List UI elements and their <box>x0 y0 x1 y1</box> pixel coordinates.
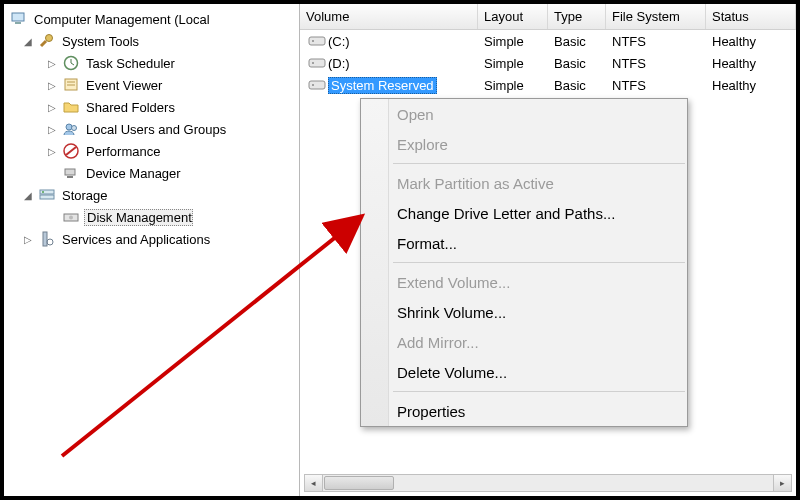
svg-point-20 <box>312 62 314 64</box>
drive-icon <box>306 79 328 91</box>
scroll-thumb[interactable] <box>324 476 394 490</box>
tree-system-tools[interactable]: ◢ System Tools <box>6 30 299 52</box>
volume-row[interactable]: (D:) Simple Basic NTFS Healthy <box>300 52 796 74</box>
svg-point-12 <box>42 191 44 193</box>
folder-share-icon <box>62 98 80 116</box>
tree-local-users[interactable]: ▷ Local Users and Groups <box>6 118 299 140</box>
volume-fs: NTFS <box>606 78 706 93</box>
volume-name: (C:) <box>328 34 350 49</box>
svg-rect-1 <box>15 22 21 24</box>
menu-add-mirror[interactable]: Add Mirror... <box>361 327 687 357</box>
menu-shrink-volume[interactable]: Shrink Volume... <box>361 297 687 327</box>
svg-point-6 <box>72 126 77 131</box>
performance-icon <box>62 142 80 160</box>
tree-device-manager[interactable]: ▷ Device Manager <box>6 162 299 184</box>
col-layout[interactable]: Layout <box>478 4 548 29</box>
chevron-down-icon[interactable]: ◢ <box>22 189 34 201</box>
tree-root[interactable]: Computer Management (Local <box>6 8 299 30</box>
computer-icon <box>10 10 28 28</box>
volume-layout: Simple <box>478 56 548 71</box>
menu-separator <box>393 163 685 164</box>
drive-icon <box>306 35 328 47</box>
volume-status: Healthy <box>706 34 796 49</box>
tree-performance-label: Performance <box>84 144 160 159</box>
menu-mark-active[interactable]: Mark Partition as Active <box>361 168 687 198</box>
svg-rect-11 <box>40 195 54 199</box>
chevron-right-icon[interactable]: ▷ <box>46 145 58 157</box>
services-icon <box>38 230 56 248</box>
svg-rect-19 <box>309 59 325 67</box>
users-icon <box>62 120 80 138</box>
col-volume[interactable]: Volume <box>300 4 478 29</box>
clock-icon <box>62 54 80 72</box>
tree-shared-folders[interactable]: ▷ Shared Folders <box>6 96 299 118</box>
chevron-right-icon[interactable]: ▷ <box>22 233 34 245</box>
svg-point-16 <box>47 239 53 245</box>
volume-row-selected[interactable]: System Reserved Simple Basic NTFS Health… <box>300 74 796 96</box>
volume-status: Healthy <box>706 56 796 71</box>
svg-point-5 <box>66 124 72 130</box>
svg-point-18 <box>312 40 314 42</box>
tree-event-viewer-label: Event Viewer <box>84 78 162 93</box>
col-status[interactable]: Status <box>706 4 796 29</box>
tree-root-label: Computer Management (Local <box>32 12 210 27</box>
volume-name: (D:) <box>328 56 350 71</box>
scroll-left-button[interactable]: ◂ <box>305 475 323 491</box>
volume-fs: NTFS <box>606 34 706 49</box>
menu-properties[interactable]: Properties <box>361 396 687 426</box>
svg-point-22 <box>312 84 314 86</box>
tree-storage-label: Storage <box>60 188 108 203</box>
tree-services-apps-label: Services and Applications <box>60 232 210 247</box>
volume-type: Basic <box>548 34 606 49</box>
chevron-right-icon[interactable]: ▷ <box>46 57 58 69</box>
tree-disk-management[interactable]: ▷ Disk Management <box>6 206 299 228</box>
volume-row[interactable]: (C:) Simple Basic NTFS Healthy <box>300 30 796 52</box>
volume-type: Basic <box>548 78 606 93</box>
tree-services-apps[interactable]: ▷ Services and Applications <box>6 228 299 250</box>
svg-rect-21 <box>309 81 325 89</box>
device-icon <box>62 164 80 182</box>
context-menu: Open Explore Mark Partition as Active Ch… <box>360 98 688 427</box>
tree-task-scheduler-label: Task Scheduler <box>84 56 175 71</box>
disk-icon <box>62 208 80 226</box>
menu-separator <box>393 391 685 392</box>
volume-name: System Reserved <box>328 77 437 94</box>
svg-point-2 <box>46 35 53 42</box>
tree-task-scheduler[interactable]: ▷ Task Scheduler <box>6 52 299 74</box>
svg-point-14 <box>69 216 73 220</box>
chevron-right-icon[interactable]: ▷ <box>46 101 58 113</box>
svg-rect-15 <box>43 232 47 246</box>
volume-layout: Simple <box>478 78 548 93</box>
menu-extend-volume[interactable]: Extend Volume... <box>361 267 687 297</box>
tree-system-tools-label: System Tools <box>60 34 139 49</box>
menu-change-drive-letter[interactable]: Change Drive Letter and Paths... <box>361 198 687 228</box>
tree-local-users-label: Local Users and Groups <box>84 122 226 137</box>
horizontal-scrollbar[interactable]: ◂ ▸ <box>304 474 792 492</box>
menu-explore[interactable]: Explore <box>361 129 687 159</box>
tree-performance[interactable]: ▷ Performance <box>6 140 299 162</box>
col-filesystem[interactable]: File System <box>606 4 706 29</box>
chevron-right-icon[interactable]: ▷ <box>46 123 58 135</box>
volumes-header: Volume Layout Type File System Status <box>300 4 796 30</box>
menu-format[interactable]: Format... <box>361 228 687 258</box>
event-icon <box>62 76 80 94</box>
svg-rect-9 <box>67 176 73 178</box>
tree-storage[interactable]: ◢ Storage <box>6 184 299 206</box>
storage-icon <box>38 186 56 204</box>
menu-open[interactable]: Open <box>361 99 687 129</box>
tree-device-manager-label: Device Manager <box>84 166 181 181</box>
volume-layout: Simple <box>478 34 548 49</box>
chevron-down-icon[interactable]: ◢ <box>22 35 34 47</box>
chevron-right-icon[interactable]: ▷ <box>46 79 58 91</box>
volume-fs: NTFS <box>606 56 706 71</box>
menu-delete-volume[interactable]: Delete Volume... <box>361 357 687 387</box>
tree-event-viewer[interactable]: ▷ Event Viewer <box>6 74 299 96</box>
svg-rect-0 <box>12 13 24 21</box>
app-frame: Computer Management (Local ◢ System Tool… <box>4 4 796 496</box>
tree-disk-management-label: Disk Management <box>84 209 193 226</box>
volume-type: Basic <box>548 56 606 71</box>
col-type[interactable]: Type <box>548 4 606 29</box>
scroll-right-button[interactable]: ▸ <box>773 475 791 491</box>
navigation-tree: Computer Management (Local ◢ System Tool… <box>4 4 300 496</box>
tools-icon <box>38 32 56 50</box>
